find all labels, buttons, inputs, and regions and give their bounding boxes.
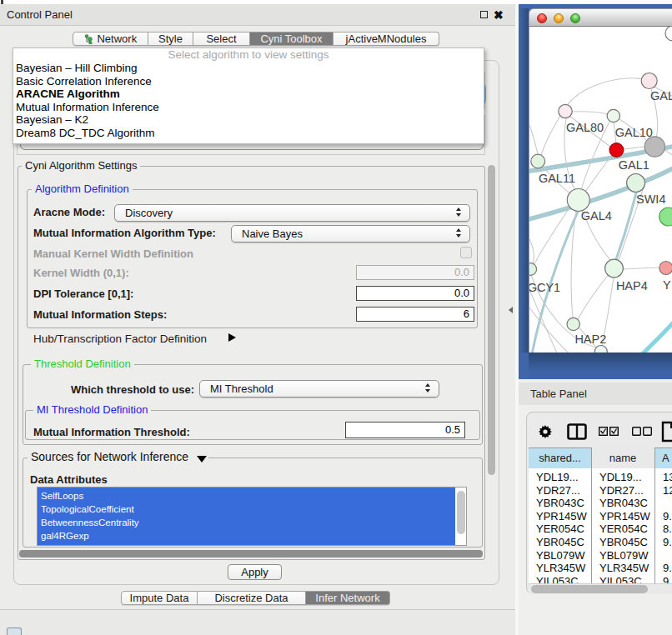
svg-text:GAL10: GAL10 — [615, 126, 653, 139]
svg-text:GAL11: GAL11 — [539, 172, 575, 185]
svg-text:SWI4: SWI4 — [636, 192, 665, 206]
svg-text:GAL7: GAL7 — [650, 89, 672, 102]
svg-text:HAP2: HAP2 — [574, 332, 606, 346]
svg-text:GAL4: GAL4 — [581, 209, 612, 222]
svg-text:GAL80: GAL80 — [566, 121, 604, 134]
svg-text:GCY1: GCY1 — [529, 281, 560, 294]
svg-text:GAL1: GAL1 — [619, 158, 649, 172]
svg-text:HAP4: HAP4 — [616, 279, 648, 292]
svg-text:Y: Y — [663, 278, 671, 292]
